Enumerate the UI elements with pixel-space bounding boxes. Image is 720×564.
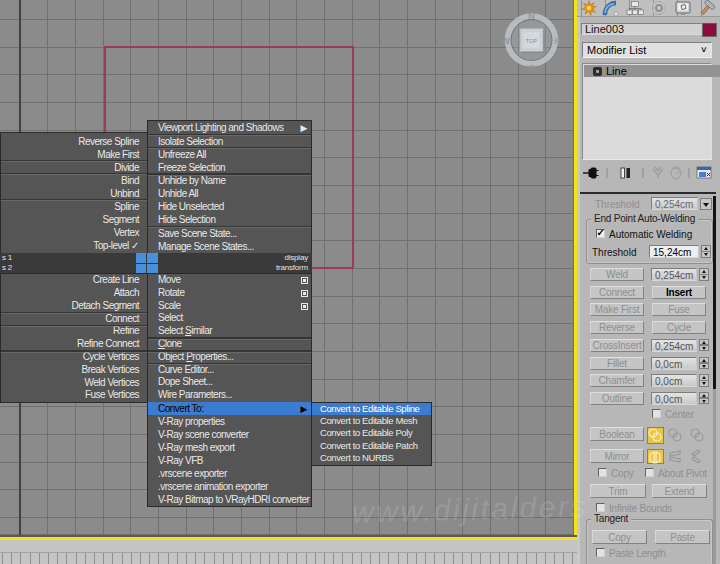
svg-text:E: E	[554, 35, 560, 46]
svg-text:TOP: TOP	[526, 38, 537, 44]
svg-text:S: S	[528, 62, 534, 73]
svg-text:W: W	[501, 35, 510, 46]
svg-text:N: N	[528, 10, 535, 21]
